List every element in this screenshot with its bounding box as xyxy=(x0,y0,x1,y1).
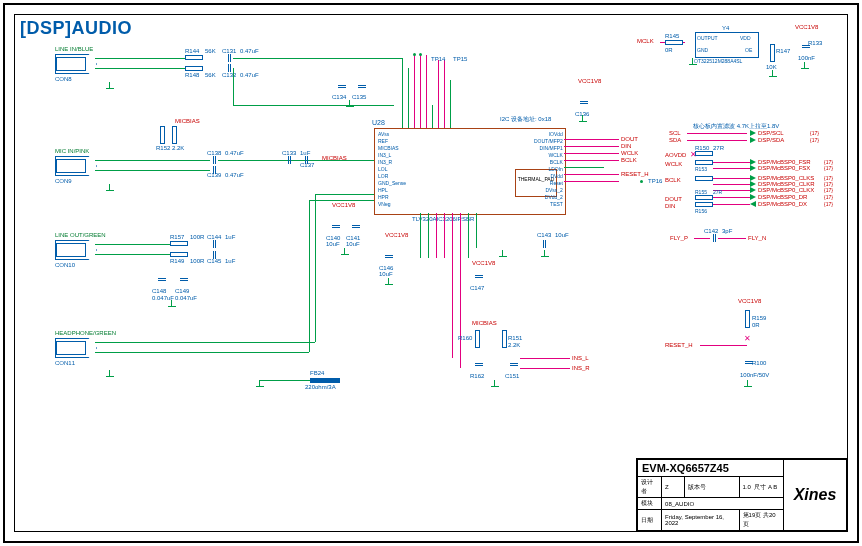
res-r154 xyxy=(695,176,713,181)
project-name: EVM-XQ6657Z45 xyxy=(638,460,784,477)
vcc1v8-net4: VCC1V8 xyxy=(472,260,495,266)
c139-ref: C139 xyxy=(207,172,221,178)
gnd-icon xyxy=(105,184,115,194)
c147-ref: C147 xyxy=(470,285,484,291)
fb24-val: 220ohm/3A xyxy=(305,384,336,390)
r156-ref: R156 xyxy=(695,208,707,214)
c148-ref: C148 xyxy=(152,288,166,294)
gnd-icon xyxy=(167,300,177,310)
cap-c146 xyxy=(385,252,393,260)
net-dout: DOUT xyxy=(621,136,638,142)
gnd-icon xyxy=(768,70,778,80)
net-insr: INS_R xyxy=(572,365,590,371)
res-r157 xyxy=(170,241,188,246)
r150-ref: R150 xyxy=(695,145,709,151)
c144-val: 1uF xyxy=(225,234,235,240)
cap-c132 xyxy=(225,64,233,72)
r151-val: 2.2K xyxy=(508,342,520,348)
company-logo: Xines xyxy=(794,486,837,503)
r151-ref: R151 xyxy=(508,335,522,341)
vcc1v8-net3: VCC1V8 xyxy=(578,78,601,84)
res-r153 xyxy=(695,160,713,165)
r152-val: 2.2K xyxy=(172,145,184,151)
net-din: DIN xyxy=(621,143,631,149)
gnd-icon xyxy=(345,100,355,110)
tp16-label: TP16 xyxy=(648,178,662,184)
dsp-clkx: DSP/McBSP0_CLKX xyxy=(758,187,814,193)
cap-c140 xyxy=(332,222,340,230)
r157-ref: R157 xyxy=(170,234,184,240)
gnd-icon xyxy=(490,380,500,390)
line-out-label: LINE OUT/GREEN xyxy=(55,232,106,238)
gnd-icon xyxy=(578,115,588,125)
c146-val: 10uF xyxy=(379,271,393,277)
vcc1v8-net2: VCC1V8 xyxy=(385,232,408,238)
net-dout2: DOUT xyxy=(665,196,682,202)
r150-val: 27R xyxy=(713,145,724,151)
c149-ref: C149 xyxy=(175,288,189,294)
cap-c144 xyxy=(210,240,218,248)
res-r152a xyxy=(160,126,165,144)
net-sda: SDA xyxy=(669,137,681,143)
c137-ref: C137 xyxy=(300,162,314,168)
c141-val: 10uF xyxy=(346,241,360,247)
c145-ref: C145 xyxy=(207,258,221,264)
net-bclk: BCLK xyxy=(621,157,637,163)
net-insl: INS_L xyxy=(572,355,589,361)
r100-val: 100nF/50V xyxy=(740,372,769,378)
connector-con10 xyxy=(55,240,97,260)
pins-left: AVssREFMICBIASIN3_LIN3_RLOLLORGND_SenseH… xyxy=(378,131,406,208)
r144-val: 56K xyxy=(205,48,216,54)
cap-c131 xyxy=(225,54,233,62)
net-din2: DIN xyxy=(665,203,675,209)
con9-ref: CON9 xyxy=(55,178,72,184)
y4-pin-vdd: VDD xyxy=(740,35,751,41)
r148-val: 56K xyxy=(205,72,216,78)
tp15-label: TP15 xyxy=(453,56,467,62)
tp14-label: TP14 xyxy=(431,56,445,62)
con8-ref: CON8 xyxy=(55,76,72,82)
gnd-icon xyxy=(255,380,265,390)
c138-ref: C138 xyxy=(207,150,221,156)
res-r149 xyxy=(170,252,188,257)
vcc1v8-net5: VCC1V8 xyxy=(795,24,818,30)
c132-ref: C132 xyxy=(222,72,236,78)
res-r147 xyxy=(770,44,775,62)
c149-val: 0.047uF xyxy=(175,295,197,301)
schematic-sheet: [DSP]AUDIO LINE IN/BLUE CON8 R144 56K R1… xyxy=(0,0,862,546)
r148-ref: R148 xyxy=(185,72,199,78)
net-wclk2: WCLK xyxy=(665,161,682,167)
c131-val: 0.47uF xyxy=(240,48,259,54)
net-flyn: FLY_N xyxy=(748,235,766,241)
net-reset2: RESET_H xyxy=(665,342,693,348)
cap-c141 xyxy=(352,222,360,230)
res-r159 xyxy=(745,310,750,328)
micbias-net3: MICBIAS xyxy=(472,320,497,326)
gnd-icon xyxy=(105,82,115,92)
i2c-note: I2C 设备地址: 0x18 xyxy=(500,115,551,124)
cap-c134 xyxy=(338,82,346,90)
r152-ref: R152 xyxy=(156,145,170,151)
cap-c138 xyxy=(210,156,218,164)
r159-ref: R159 xyxy=(752,315,766,321)
r133-ref: R133 xyxy=(808,40,822,46)
c138-val: 0.47uF xyxy=(225,150,244,156)
dsp-dx: DSP/McBSP0_DX xyxy=(758,201,807,207)
net-flyp: FLY_P xyxy=(670,235,688,241)
r145-val: 0R xyxy=(665,47,673,53)
c151-ref: C151 xyxy=(505,373,519,379)
headphone-label: HEADPHONE/GREEN xyxy=(55,330,116,336)
c145-val: 1uF xyxy=(225,258,235,264)
vcc1v8-net1: VCC1V8 xyxy=(332,202,355,208)
r162-ref: R162 xyxy=(470,373,484,379)
cap-c133 xyxy=(285,156,293,164)
cap-c143 xyxy=(540,240,548,248)
u28-ref: U28 xyxy=(372,119,385,126)
c139-val: 0.47uF xyxy=(225,172,244,178)
y4-part: OT322512M288A4SL xyxy=(694,58,742,64)
connector-con9 xyxy=(55,156,97,176)
res-r150 xyxy=(695,151,713,156)
net-reset: RESET_H xyxy=(621,171,649,177)
net-wclk: WCLK xyxy=(621,150,638,156)
y4-pin-oe: OE xyxy=(745,47,752,53)
